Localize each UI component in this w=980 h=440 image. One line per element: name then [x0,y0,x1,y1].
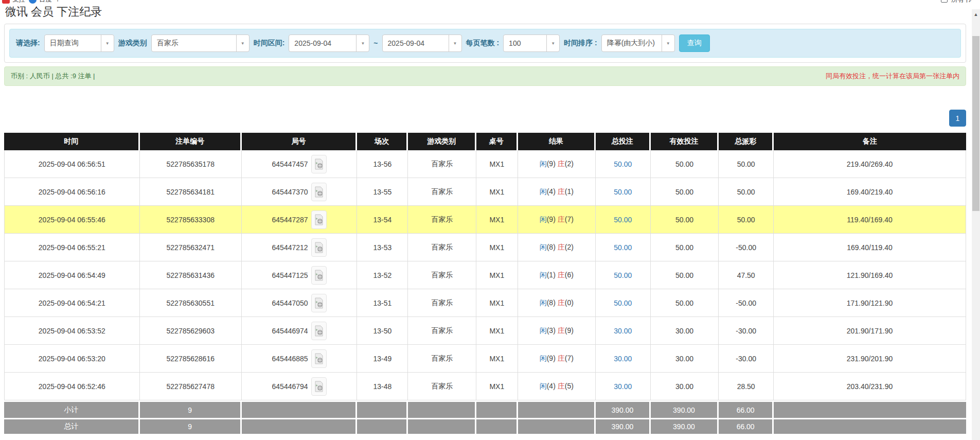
player-result: 闲 [540,271,547,279]
table-row[interactable]: 2025-09-04 06:55:46522785633308645447287… [4,206,966,234]
query-button[interactable]: 查询 [679,34,710,52]
bookmarks-left: 受控百度+ [2,0,60,4]
bookmark-label: 百度 [39,0,52,4]
column-header: 注单编号 [140,133,242,150]
video-icon [314,270,324,281]
total-bet-link[interactable]: 50.00 [614,160,632,168]
page-1-button[interactable]: 1 [949,110,966,127]
game-category-select[interactable]: 百家乐 ▼ [151,34,250,52]
total-bet-link[interactable]: 30.00 [614,382,632,391]
total-bet-link[interactable]: 50.00 [614,216,632,224]
table-row[interactable]: 2025-09-04 06:53:20522785628616645446885… [4,345,966,373]
total-bet-link[interactable]: 50.00 [614,243,632,252]
cell-remark: 169.40/119.40 [774,234,966,261]
total-bet-link[interactable]: 30.00 [614,327,632,335]
summary-cell [518,400,596,418]
banker-result: 庄 [558,271,565,279]
date-to-select[interactable]: 2025-09-04 ▼ [382,34,462,52]
scrollbar-thumb[interactable] [972,36,979,211]
bookmark-item[interactable]: 受控 [2,0,25,4]
total-bet-link[interactable]: 50.00 [614,271,632,279]
total-bet-link[interactable]: 30.00 [614,355,632,363]
cell-round: 645447212 [242,234,357,261]
add-bookmark-icon[interactable]: + [56,0,60,4]
cell-valid-bet: 30.00 [651,345,719,373]
bookmark-item[interactable]: 百度 [29,0,52,4]
video-replay-button[interactable] [311,210,327,229]
column-header: 备注 [774,133,966,150]
column-header: 总派彩 [719,133,774,150]
filter-bar: 请选择: 日期查询 ▼ 游戏类别 百家乐 ▼ 时间区间: 2025-09-04 … [9,29,961,58]
table-row[interactable]: 2025-09-04 06:56:51522785635178645447457… [4,150,966,178]
cell-session: 13-51 [357,289,408,317]
video-replay-button[interactable] [311,238,327,257]
video-replay-button[interactable] [311,349,327,368]
cell-round: 645447050 [242,289,357,317]
page-size-select[interactable]: 100 ▼ [503,34,560,52]
date-from-select[interactable]: 2025-09-04 ▼ [289,34,369,52]
video-replay-button[interactable] [311,377,327,396]
video-replay-button[interactable] [311,155,327,173]
cell-bet-id: 522785634181 [140,178,242,206]
cell-total-bet: 30.00 [596,373,651,400]
cell-bet-id: 522785632471 [140,234,242,261]
round-number: 645447287 [272,216,308,224]
cell-valid-bet: 50.00 [651,178,719,206]
cell-result: 闲(4) 庄(5) [518,373,596,400]
cell-session: 13-55 [357,178,408,206]
round-number: 645447370 [272,188,308,196]
cell-game: 百家乐 [408,234,476,261]
banker-result: 庄 [558,215,565,223]
total-bet-link[interactable]: 50.00 [614,188,632,196]
cell-game: 百家乐 [408,289,476,317]
cell-remark: 119.40/169.40 [774,206,966,234]
total-bet-link[interactable]: 50.00 [614,299,632,307]
cell-valid-bet: 30.00 [651,373,719,400]
table-row[interactable]: 2025-09-04 06:55:21522785632471645447212… [4,234,966,261]
summary-cell: 390.00 [596,400,651,418]
query-type-select[interactable]: 日期查询 ▼ [44,34,114,52]
bookmark-label: 受控 [12,0,25,4]
cell-table-no: MX1 [476,345,518,373]
bookmarks-bar: 受控百度+ 所有书签 [0,0,980,5]
cell-total-bet: 50.00 [596,178,651,206]
banker-result: 庄 [558,354,565,362]
video-replay-button[interactable] [311,266,327,285]
cell-payout: -50.00 [719,289,774,317]
round-number: 645447457 [272,160,308,168]
cell-result: 闲(4) 庄(1) [518,178,596,206]
table-row[interactable]: 2025-09-04 06:54:21522785630551645447050… [4,289,966,317]
vertical-scrollbar[interactable]: ▲ [971,0,980,440]
pagination: 1 [4,110,966,127]
table-row[interactable]: 2025-09-04 06:53:52522785629603645446974… [4,317,966,345]
cell-valid-bet: 50.00 [651,150,719,178]
records-table: 时间注单编号局号场次游戏类别桌号结果总投注有效投注总派彩备注 2025-09-0… [4,133,966,435]
table-row[interactable]: 2025-09-04 06:56:16522785634181645447370… [4,178,966,206]
cell-table-no: MX1 [476,206,518,234]
round-number: 645447212 [272,243,308,252]
video-replay-button[interactable] [311,294,327,312]
summary-cell [408,400,476,418]
time-sort-select[interactable]: 降幂(由大到小) ▼ [601,34,675,52]
cell-total-bet: 30.00 [596,317,651,345]
cell-bet-id: 522785628616 [140,345,242,373]
scroll-up-icon[interactable]: ▲ [972,11,980,18]
table-row[interactable]: 2025-09-04 06:52:46522785627478645446794… [4,373,966,400]
cell-time: 2025-09-04 06:55:46 [4,206,140,234]
cell-time: 2025-09-04 06:55:21 [4,234,140,261]
summary-cell [476,400,518,418]
filter-panel: 请选择: 日期查询 ▼ 游戏类别 百家乐 ▼ 时间区间: 2025-09-04 … [4,24,966,63]
page-title: 微讯 会员 下注纪录 [5,5,980,19]
video-replay-button[interactable] [311,322,327,340]
table-row[interactable]: 2025-09-04 06:54:49522785631436645447125… [4,261,966,289]
cell-session: 13-53 [357,234,408,261]
video-replay-button[interactable] [311,183,327,201]
cell-bet-id: 522785629603 [140,317,242,345]
cell-remark: 121.90/169.40 [774,261,966,289]
chevron-down-icon: ▼ [662,35,674,51]
cell-session: 13-56 [357,150,408,178]
summary-cell: 390.00 [596,418,651,435]
cell-valid-bet: 30.00 [651,317,719,345]
chevron-down-icon: ▼ [356,35,369,51]
cell-remark: 201.90/171.90 [774,317,966,345]
